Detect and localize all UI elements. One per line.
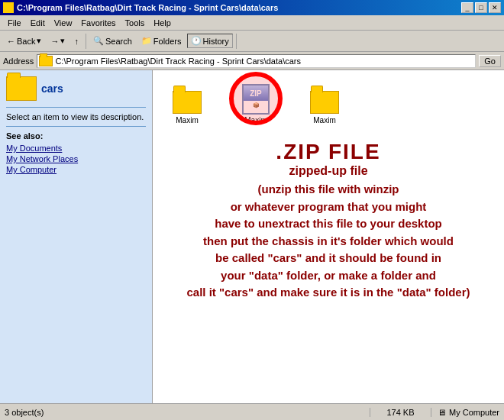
folder-header: cars (6, 76, 146, 101)
folder-icon-2 (310, 91, 339, 114)
search-icon: 🔍 (93, 36, 104, 46)
toolbar-sep-2 (236, 34, 237, 49)
status-bar: 3 object(s) 174 KB 🖥 My Computer (0, 403, 504, 420)
title-bar-icon (3, 2, 14, 13)
link-network-places[interactable]: My Network Places (6, 154, 146, 163)
left-panel: cars Select an item to view its descript… (0, 70, 153, 403)
address-label: Address (3, 57, 34, 66)
panel-description: Select an item to view its description. (6, 112, 146, 121)
file-item-folder1[interactable]: Maxim (160, 82, 214, 124)
folders-icon: 📁 (141, 36, 152, 46)
menu-file[interactable]: File (3, 17, 26, 29)
file-item-folder2[interactable]: Maxim (298, 82, 351, 124)
up-button[interactable]: ↑ (70, 34, 82, 48)
maximize-button[interactable]: □ (475, 2, 487, 13)
panel-divider-1 (6, 107, 146, 108)
search-label: Search (105, 37, 132, 46)
menu-view[interactable]: View (50, 17, 77, 29)
instructions-panel: .ZIP FILE zipped-up file (unzip this fil… (153, 132, 504, 309)
link-my-documents[interactable]: My Documents (6, 144, 146, 153)
link-my-computer[interactable]: My Computer (6, 165, 146, 174)
forward-button[interactable]: → ▾ (47, 34, 69, 48)
see-also-title: See also: (6, 131, 146, 141)
minimize-button[interactable]: _ (461, 2, 473, 13)
title-bar: C:\Program Files\Ratbag\Dirt Track Racin… (0, 0, 504, 15)
address-folder-icon (39, 56, 53, 66)
toolbar: ← Back ▾ → ▾ ↑ 🔍 Search 📁 Folders 🕐 Hist… (0, 31, 504, 52)
address-text: C:\Program Files\Ratbag\Dirt Track Racin… (55, 57, 301, 66)
window-title: C:\Program Files\Ratbag\Dirt Track Racin… (17, 3, 278, 12)
menu-bar: File Edit View Favorites Tools Help (0, 15, 504, 31)
file-item-zip[interactable]: ZIP 📦 Maxim (229, 82, 283, 124)
current-folder-name: cars (41, 82, 63, 95)
history-label: History (203, 37, 229, 46)
zip-body: (unzip this file with winzip or whatever… (168, 181, 489, 302)
go-button[interactable]: Go (479, 55, 501, 67)
status-objects: 3 object(s) (5, 408, 370, 417)
address-bar: Address C:\Program Files\Ratbag\Dirt Tra… (0, 52, 504, 70)
back-label: Back (17, 37, 35, 46)
folders-button[interactable]: 📁 Folders (137, 34, 186, 48)
file-label-3: Maxim (313, 116, 335, 124)
back-button[interactable]: ← Back ▾ (3, 34, 45, 48)
menu-edit[interactable]: Edit (26, 17, 50, 29)
history-button[interactable]: 🕐 History (187, 34, 233, 48)
files-row: Maxim ZIP 📦 Maxim (153, 70, 504, 132)
menu-help[interactable]: Help (149, 17, 176, 29)
file-label-1: Maxim (176, 116, 198, 124)
folder-icon-large (6, 76, 37, 101)
zip-subtitle: zipped-up file (168, 164, 489, 178)
folder-icon-1 (173, 91, 202, 114)
computer-icon: 🖥 (438, 408, 446, 417)
menu-favorites[interactable]: Favorites (76, 17, 120, 29)
window-controls: _ □ ✕ (461, 2, 501, 13)
toolbar-sep-1 (86, 34, 86, 49)
menu-tools[interactable]: Tools (121, 17, 150, 29)
zip-title: .ZIP FILE (168, 140, 489, 164)
file-label-2: Maxim (244, 116, 267, 124)
forward-dropdown-icon: ▾ (60, 36, 65, 46)
status-size: 174 KB (370, 408, 431, 417)
back-arrow-icon: ← (7, 37, 15, 46)
status-computer: 🖥 My Computer (431, 408, 499, 417)
files-area: Maxim ZIP 📦 Maxim (153, 70, 504, 403)
up-arrow-icon: ↑ (74, 37, 79, 46)
back-dropdown-icon: ▾ (37, 36, 41, 46)
search-button[interactable]: 🔍 Search (89, 34, 136, 48)
folders-label: Folders (153, 37, 182, 46)
panel-divider-2 (6, 126, 146, 127)
close-button[interactable]: ✕ (489, 2, 501, 13)
forward-arrow-icon: → (50, 37, 59, 46)
history-icon: 🕐 (191, 36, 202, 46)
main-content: cars Select an item to view its descript… (0, 70, 504, 403)
computer-label: My Computer (449, 408, 499, 417)
address-field[interactable]: C:\Program Files\Ratbag\Dirt Track Racin… (37, 54, 476, 68)
zip-icon: ZIP 📦 (242, 84, 270, 115)
